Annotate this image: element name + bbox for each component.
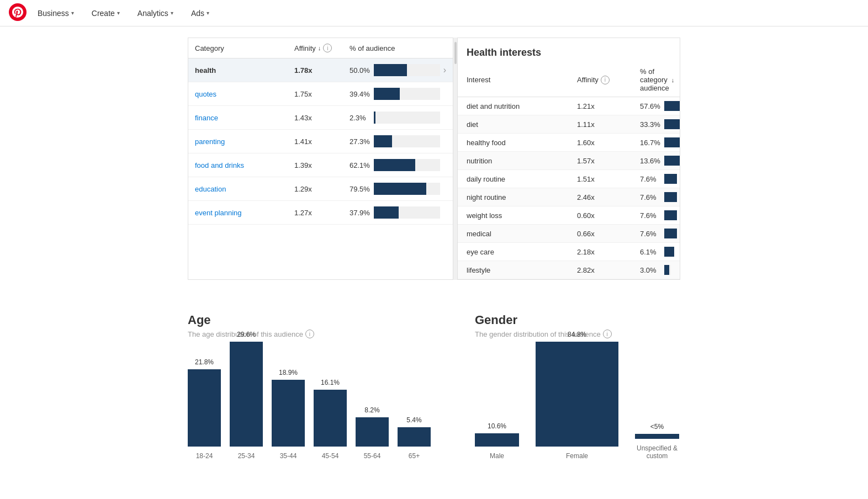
bar-wrap xyxy=(374,159,440,171)
table-row[interactable]: education 1.29x 79.5% xyxy=(188,177,453,201)
nav-item-business[interactable]: Business ▾ xyxy=(31,9,81,18)
health-table-row[interactable]: medical 0.66x 7.6% xyxy=(458,225,680,243)
health-bar-wrap xyxy=(664,119,680,129)
bar-cell: 2.3% xyxy=(350,112,446,124)
health-table-header: Interest Affinity i % of category audien… xyxy=(458,63,680,97)
pct-category-col-header[interactable]: % of category audience ↓ xyxy=(640,67,674,92)
health-pct-label: 13.6% xyxy=(640,157,661,165)
gender-bar: 10.6% xyxy=(475,433,519,447)
health-bar-wrap xyxy=(664,265,671,275)
pct-label: 37.9% xyxy=(350,209,371,217)
bar-wrap xyxy=(374,183,440,195)
expand-icon[interactable]: › xyxy=(443,65,446,75)
age-bar: 21.8% xyxy=(188,369,221,447)
table-row[interactable]: finance 1.43x 2.3% xyxy=(188,106,453,130)
bar-fill xyxy=(374,112,375,124)
gender-bar-label: <5% xyxy=(635,423,679,431)
info-icon[interactable]: i xyxy=(601,76,610,84)
affinity-column-header[interactable]: Affinity ↓ i xyxy=(294,44,350,52)
nav-item-create[interactable]: Create ▾ xyxy=(85,9,126,18)
health-panel-title: Health interests xyxy=(458,38,680,63)
health-pct-label: 33.3% xyxy=(640,120,661,129)
age-bar: 18.9% xyxy=(272,380,305,447)
health-bar-wrap xyxy=(664,101,680,111)
nav-item-ads[interactable]: Ads ▾ xyxy=(184,9,216,18)
interest-name: medical xyxy=(467,230,577,238)
health-bar-cell: 7.6% xyxy=(640,192,677,202)
age-bar-group: 29.6% 25-34 xyxy=(230,342,263,460)
table-row[interactable]: event planning 1.27x 37.9% xyxy=(188,201,453,225)
chevron-down-icon: ▾ xyxy=(207,10,209,16)
health-pct-label: 57.6% xyxy=(640,102,661,110)
health-bar-wrap xyxy=(664,174,677,184)
health-bar-fill xyxy=(664,229,677,238)
category-name: health xyxy=(195,66,294,75)
nav-item-analytics[interactable]: Analytics ▾ xyxy=(131,9,180,18)
health-table-row[interactable]: diet and nutrition 1.21x 57.6% xyxy=(458,97,680,115)
bar-fill xyxy=(374,206,399,219)
affinity-value: 2.82x xyxy=(577,266,627,274)
health-table-row[interactable]: lifestyle 2.82x 3.0% xyxy=(458,261,680,279)
table-row[interactable]: quotes 1.75x 39.4% xyxy=(188,82,453,106)
interest-name: weight loss xyxy=(467,211,577,220)
pct-label: 79.5% xyxy=(350,185,371,193)
health-table-row[interactable]: weight loss 0.60x 7.6% xyxy=(458,206,680,225)
table-row[interactable]: health 1.78x 50.0% › xyxy=(188,59,453,82)
health-bar-fill xyxy=(664,265,669,275)
pct-label: 62.1% xyxy=(350,161,371,169)
health-table-row[interactable]: daily routine 1.51x 7.6% xyxy=(458,170,680,188)
age-bar-label: 21.8% xyxy=(188,358,221,366)
bar-fill xyxy=(374,135,392,147)
health-bar-wrap xyxy=(664,247,674,257)
table-row[interactable]: food and drinks 1.39x 62.1% xyxy=(188,153,453,177)
health-bar-fill xyxy=(664,119,680,129)
info-icon[interactable]: i xyxy=(323,44,332,52)
health-table-row[interactable]: diet 1.11x 33.3% xyxy=(458,115,680,134)
bar-fill xyxy=(374,159,415,171)
scroll-thumb xyxy=(454,42,457,64)
health-bar-wrap xyxy=(664,137,680,147)
affinity-value: 1.43x xyxy=(294,114,350,122)
health-bar-fill xyxy=(664,247,674,257)
table-row[interactable]: parenting 1.41x 27.3% xyxy=(188,130,453,153)
health-table-row[interactable]: eye care 2.18x 6.1% xyxy=(458,243,680,261)
category-name: finance xyxy=(195,114,294,122)
health-bar-fill xyxy=(664,192,677,202)
age-bar-label: 8.2% xyxy=(356,406,389,414)
health-bar-cell: 13.6% xyxy=(640,156,680,166)
health-interests-panel: Health interests Interest Affinity i % o… xyxy=(457,38,680,280)
bar-wrap xyxy=(374,88,440,100)
health-table-row[interactable]: nutrition 1.57x 13.6% xyxy=(458,152,680,170)
affinity-value: 1.27x xyxy=(294,209,350,217)
gender-chart-title: Gender xyxy=(475,313,680,327)
affinity-value: 2.18x xyxy=(577,248,627,256)
age-bar-label: 29.6% xyxy=(230,331,263,338)
age-bar-group: 8.2% 55-64 xyxy=(356,417,389,460)
gender-chart-block: Gender The gender distribution of this a… xyxy=(475,313,680,476)
interest-name: eye care xyxy=(467,248,577,256)
gender-axis-label: Unspecified & custom xyxy=(635,444,679,460)
navigation: Business ▾ Create ▾ Analytics ▾ Ads ▾ xyxy=(0,0,868,26)
health-bar-wrap xyxy=(664,210,677,220)
scrollbar[interactable] xyxy=(453,38,457,280)
health-bar-fill xyxy=(664,174,677,184)
category-name: event planning xyxy=(195,209,294,217)
category-name: education xyxy=(195,185,294,193)
sort-down-icon: ↓ xyxy=(671,77,675,83)
gender-bar-chart: 10.6% Male 84.8% Female <5% Unspecified … xyxy=(475,355,680,476)
age-bar: 29.6% xyxy=(230,342,263,447)
health-bar-wrap xyxy=(664,192,677,202)
affinity-value: 1.29x xyxy=(294,185,350,193)
health-table-row[interactable]: healthy food 1.60x 16.7% xyxy=(458,134,680,152)
affinity-value: 2.46x xyxy=(577,193,627,201)
health-table-row[interactable]: night routine 2.46x 7.6% xyxy=(458,188,680,206)
affinity-value: 1.41x xyxy=(294,137,350,146)
info-icon[interactable]: i xyxy=(305,330,314,338)
health-bar-fill xyxy=(664,137,680,147)
health-bar-cell: 7.6% xyxy=(640,210,677,220)
affinity-col-header[interactable]: Affinity i xyxy=(577,67,627,92)
age-chart-title: Age xyxy=(188,313,431,327)
health-pct-label: 7.6% xyxy=(640,175,661,183)
chevron-down-icon: ▾ xyxy=(171,10,173,16)
bar-fill xyxy=(374,88,400,100)
